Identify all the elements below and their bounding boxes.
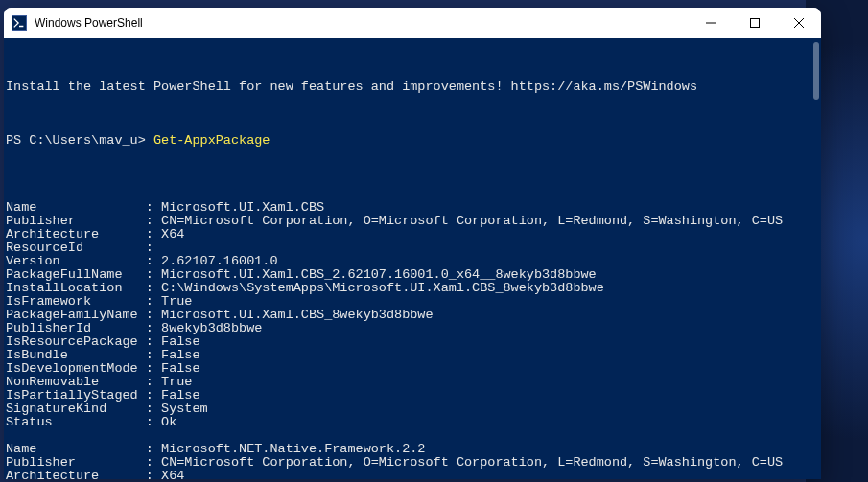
intro-message: Install the latest PowerShell for new fe… <box>6 80 819 94</box>
property-line: IsDevelopmentMode : False <box>6 362 819 376</box>
property-line: InstallLocation : C:\Windows\SystemApps\… <box>6 282 819 295</box>
property-line: IsFramework : True <box>6 295 819 309</box>
terminal-output[interactable]: Install the latest PowerShell for new fe… <box>4 38 821 479</box>
property-line: PackageFamilyName : Microsoft.UI.Xaml.CB… <box>6 309 819 322</box>
property-line: Publisher : CN=Microsoft Corporation, O=… <box>6 215 819 228</box>
minimize-button[interactable] <box>689 8 733 38</box>
close-button[interactable] <box>777 8 821 38</box>
property-line: Name : Microsoft.UI.Xaml.CBS <box>6 201 819 215</box>
property-line: Architecture : X64 <box>6 470 819 479</box>
property-line: NonRemovable : True <box>6 376 819 389</box>
property-line: Status : Ok <box>6 416 819 429</box>
window-title: Windows PowerShell <box>35 16 143 30</box>
property-line: Architecture : X64 <box>6 228 819 241</box>
maximize-button[interactable] <box>733 8 777 38</box>
powershell-icon <box>12 15 27 31</box>
prompt-path: PS C:\Users\mav_u> <box>6 133 153 148</box>
property-line: IsBundle : False <box>6 349 819 362</box>
window-controls <box>689 8 821 38</box>
prompt-command: Get-AppxPackage <box>153 133 270 148</box>
property-line: SignatureKind : System <box>6 402 819 416</box>
svg-rect-1 <box>751 19 760 28</box>
package-block: Name : Microsoft.UI.Xaml.CBSPublisher : … <box>6 201 819 429</box>
property-line: ResourceId : <box>6 241 819 255</box>
property-line: Publisher : CN=Microsoft Corporation, O=… <box>6 456 819 470</box>
property-line: PublisherId : 8wekyb3d8bbwe <box>6 322 819 335</box>
window-titlebar[interactable]: Windows PowerShell <box>4 8 821 38</box>
package-block: Name : Microsoft.NET.Native.Framework.2.… <box>6 443 819 479</box>
powershell-window: Windows PowerShell Install the latest Po… <box>4 8 821 479</box>
property-line: PackageFullName : Microsoft.UI.Xaml.CBS_… <box>6 268 819 282</box>
property-line: Name : Microsoft.NET.Native.Framework.2.… <box>6 443 819 456</box>
packages-output: Name : Microsoft.UI.Xaml.CBSPublisher : … <box>6 201 819 479</box>
property-line: IsResourcePackage : False <box>6 335 819 349</box>
property-line: IsPartiallyStaged : False <box>6 389 819 402</box>
property-line: Version : 2.62107.16001.0 <box>6 255 819 268</box>
prompt-line: PS C:\Users\mav_u> Get-AppxPackage <box>6 134 819 148</box>
scrollbar-thumb[interactable] <box>813 42 819 100</box>
